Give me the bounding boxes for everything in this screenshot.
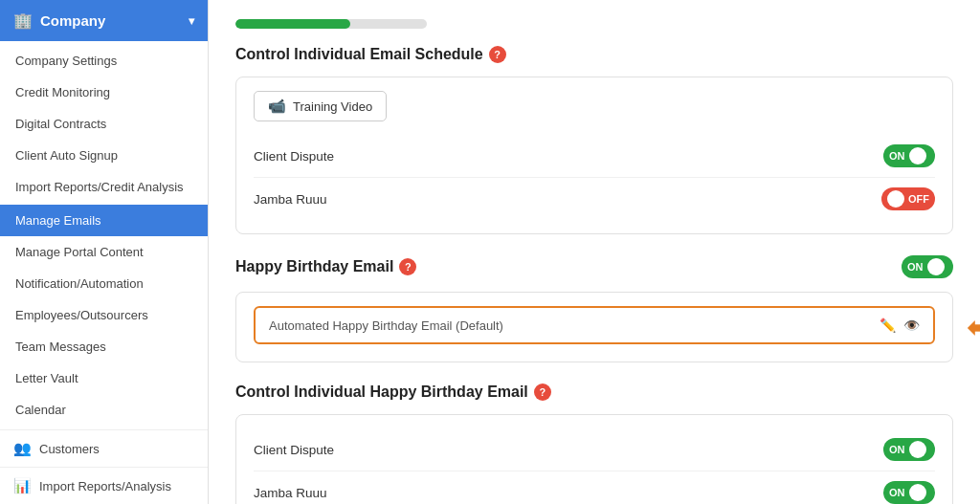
sidebar-company-title: 🏢 Company — [13, 11, 105, 30]
sidebar-header[interactable]: 🏢 Company ▾ — [0, 0, 208, 41]
toggle-knob-3 — [909, 441, 926, 458]
happy-birthday-section: Happy Birthday Email ? ON Automated Happ… — [235, 255, 953, 362]
toggle-happy-birthday[interactable]: ON — [902, 255, 953, 278]
progress-area — [235, 19, 953, 29]
customers-label: Customers — [39, 442, 100, 456]
sidebar-item-team-messages[interactable]: Team Messages — [0, 331, 208, 362]
toggle-row-client-dispute-1: Client Dispute ON — [254, 135, 935, 177]
control-birthday-title: Control Individual Happy Birthday Email … — [235, 383, 953, 401]
toggle-row-client-dispute-2: Client Dispute ON — [254, 428, 935, 471]
customers-icon: 👥 — [13, 440, 32, 457]
toggle-jamba-ruuu-2[interactable]: ON — [883, 481, 935, 504]
sidebar-item-letter-vault[interactable]: Letter Vault — [0, 362, 208, 394]
email-item-container: Automated Happy Birthday Email (Default)… — [254, 306, 935, 348]
control-email-title: Control Individual Email Schedule ? — [235, 46, 953, 63]
sidebar-item-calendar[interactable]: Calendar — [0, 394, 208, 426]
toggle-label-client-dispute-2: Client Dispute — [254, 443, 334, 457]
main-content: Control Individual Email Schedule ? 📹 Tr… — [209, 0, 980, 504]
sidebar-dropdown-icon[interactable]: ▾ — [189, 14, 194, 28]
toggle-jamba-ruuu-1[interactable]: OFF — [881, 187, 935, 210]
progress-bar-fill — [235, 19, 350, 29]
sidebar-item-client-auto-signup[interactable]: Client Auto Signup — [0, 140, 208, 171]
control-email-section: Control Individual Email Schedule ? 📹 Tr… — [235, 46, 953, 234]
toggle-off-label-2: OFF — [908, 193, 929, 205]
toggle-on-label-birthday: ON — [907, 261, 924, 273]
toggle-label-client-dispute-1: Client Dispute — [254, 149, 334, 164]
toggle-knob-1 — [909, 147, 926, 164]
orange-arrow: ⬅ — [967, 309, 980, 345]
sidebar-section-customers[interactable]: 👥 Customers — [0, 429, 208, 467]
import-reports-analysis-label: Import Reports/Analysis — [39, 479, 171, 493]
sidebar-item-import-reports[interactable]: Import Reports/Credit Analysis — [0, 171, 208, 205]
import-reports-analysis-icon: 📊 — [13, 477, 32, 494]
sidebar-item-company-settings[interactable]: Company Settings — [0, 45, 208, 77]
toggle-knob-birthday — [927, 258, 945, 275]
toggle-on-label-4: ON — [889, 487, 905, 498]
sidebar-item-employees-outsourcers[interactable]: Employees/Outsourcers — [0, 299, 208, 331]
control-email-help-icon[interactable]: ? — [489, 46, 506, 63]
progress-bar-wrap — [235, 19, 427, 29]
edit-icon[interactable]: ✏️ — [880, 318, 896, 333]
sidebar-item-digital-contracts[interactable]: Digital Contracts — [0, 108, 208, 140]
toggle-on-label-1: ON — [889, 150, 905, 162]
toggle-client-dispute-2[interactable]: ON — [883, 438, 935, 461]
control-birthday-section: Control Individual Happy Birthday Email … — [235, 383, 953, 504]
sidebar-item-manage-emails[interactable]: Manage Emails — [0, 205, 208, 236]
email-item-label: Automated Happy Birthday Email (Default) — [269, 318, 503, 333]
toggle-on-label-3: ON — [889, 444, 905, 455]
toggle-row-jamba-ruuu-1: Jamba Ruuu OFF — [254, 177, 935, 220]
control-birthday-help-icon[interactable]: ? — [534, 383, 551, 401]
video-icon: 📹 — [268, 98, 286, 115]
control-birthday-card: Client Dispute ON Jamba Ruuu ON — [235, 414, 953, 504]
sidebar: 🏢 Company ▾ Company Settings Credit Moni… — [0, 0, 209, 504]
toggle-label-jamba-ruuu-2: Jamba Ruuu — [254, 486, 327, 500]
sidebar-item-manage-portal[interactable]: Manage Portal Content — [0, 236, 208, 268]
sidebar-title-text: Company — [40, 12, 105, 29]
toggle-knob-2 — [887, 190, 904, 208]
sidebar-item-credit-monitoring[interactable]: Credit Monitoring — [0, 77, 208, 108]
happy-birthday-help-icon[interactable]: ? — [399, 258, 416, 275]
toggle-row-jamba-ruuu-2: Jamba Ruuu ON — [254, 471, 935, 504]
view-icon[interactable]: 👁️ — [903, 318, 920, 333]
email-item-actions: ✏️ 👁️ — [880, 318, 920, 333]
happy-birthday-title: Happy Birthday Email ? — [235, 258, 416, 275]
sidebar-item-notification-automation[interactable]: Notification/Automation — [0, 268, 208, 299]
happy-birthday-card: Automated Happy Birthday Email (Default)… — [235, 292, 953, 362]
toggle-knob-4 — [909, 484, 926, 501]
email-item-row[interactable]: Automated Happy Birthday Email (Default)… — [254, 306, 935, 344]
company-icon: 🏢 — [13, 11, 33, 30]
sidebar-nav: Company Settings Credit Monitoring Digit… — [0, 41, 208, 429]
control-email-card: 📹 Training Video Client Dispute ON Jamba… — [235, 77, 953, 234]
toggle-label-jamba-ruuu-1: Jamba Ruuu — [254, 192, 327, 207]
training-video-button[interactable]: 📹 Training Video — [254, 91, 387, 121]
toggle-client-dispute-1[interactable]: ON — [883, 144, 935, 167]
sidebar-section-import-reports-analysis[interactable]: 📊 Import Reports/Analysis — [0, 467, 208, 504]
happy-birthday-header-row: Happy Birthday Email ? ON — [235, 255, 953, 278]
